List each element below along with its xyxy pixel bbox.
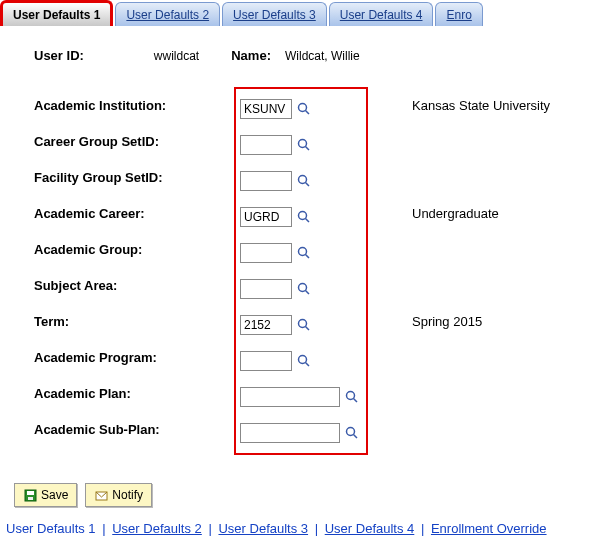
svg-line-11 — [306, 291, 310, 295]
svg-point-18 — [347, 428, 355, 436]
lookup-subject-area-icon[interactable] — [296, 281, 312, 297]
svg-line-5 — [306, 183, 310, 187]
desc-academic-plan — [412, 375, 550, 411]
input-term[interactable] — [240, 315, 292, 335]
label-career-group-setid: Career Group SetID: — [34, 123, 234, 159]
input-facility-group-setid[interactable] — [240, 171, 292, 191]
svg-point-14 — [299, 356, 307, 364]
bottom-link-user-defaults-2[interactable]: User Defaults 2 — [112, 521, 202, 536]
label-academic-institution: Academic Institution: — [34, 87, 234, 123]
lookup-academic-plan-icon[interactable] — [344, 389, 360, 405]
input-career-group-setid[interactable] — [240, 135, 292, 155]
desc-subject-area — [412, 267, 550, 303]
lookup-academic-sub-plan-icon[interactable] — [344, 425, 360, 441]
input-academic-career[interactable] — [240, 207, 292, 227]
notify-icon — [94, 488, 108, 502]
svg-rect-22 — [28, 497, 33, 500]
svg-rect-21 — [27, 491, 34, 495]
tab-user-defaults-4[interactable]: User Defaults 4 — [329, 2, 434, 26]
inputs-highlight-box — [234, 87, 368, 455]
lookup-career-group-setid-icon[interactable] — [296, 137, 312, 153]
descriptions-column: Kansas State University Undergraduate Sp… — [368, 87, 550, 455]
lookup-academic-career-icon[interactable] — [296, 209, 312, 225]
svg-line-3 — [306, 147, 310, 151]
svg-point-10 — [299, 284, 307, 292]
svg-line-19 — [354, 435, 358, 439]
label-academic-group: Academic Group: — [34, 231, 234, 267]
svg-point-6 — [299, 212, 307, 220]
bottom-link-user-defaults-3[interactable]: User Defaults 3 — [218, 521, 308, 536]
field-labels-column: Academic Institution: Career Group SetID… — [34, 87, 234, 455]
tab-user-defaults-2[interactable]: User Defaults 2 — [115, 2, 220, 26]
save-button[interactable]: Save — [14, 483, 77, 507]
svg-point-0 — [299, 104, 307, 112]
notify-button-label: Notify — [112, 488, 143, 502]
bottom-links-row: User Defaults 1 | User Defaults 2 | User… — [0, 517, 593, 540]
tab-user-defaults-3[interactable]: User Defaults 3 — [222, 2, 327, 26]
svg-line-13 — [306, 327, 310, 331]
label-subject-area: Subject Area: — [34, 267, 234, 303]
bottom-link-current: User Defaults 1 — [6, 521, 96, 536]
lookup-academic-group-icon[interactable] — [296, 245, 312, 261]
header-row: User ID: wwildcat Name: Wildcat, Willie — [34, 48, 575, 63]
svg-line-9 — [306, 255, 310, 259]
desc-term: Spring 2015 — [412, 303, 550, 339]
tab-user-defaults-1[interactable]: User Defaults 1 — [0, 0, 113, 26]
label-facility-group-setid: Facility Group SetID: — [34, 159, 234, 195]
svg-point-2 — [299, 140, 307, 148]
input-subject-area[interactable] — [240, 279, 292, 299]
desc-academic-institution: Kansas State University — [412, 87, 550, 123]
user-id-value: wwildcat — [154, 49, 199, 63]
svg-point-16 — [347, 392, 355, 400]
action-buttons-row: Save Notify — [0, 465, 593, 517]
bottom-link-user-defaults-4[interactable]: User Defaults 4 — [325, 521, 415, 536]
label-academic-sub-plan: Academic Sub-Plan: — [34, 411, 234, 447]
input-academic-program[interactable] — [240, 351, 292, 371]
svg-line-15 — [306, 363, 310, 367]
save-icon — [23, 488, 37, 502]
svg-line-7 — [306, 219, 310, 223]
name-label: Name: — [231, 48, 271, 63]
tab-enrollment[interactable]: Enro — [435, 2, 482, 26]
label-academic-program: Academic Program: — [34, 339, 234, 375]
save-button-label: Save — [41, 488, 68, 502]
lookup-academic-program-icon[interactable] — [296, 353, 312, 369]
label-academic-plan: Academic Plan: — [34, 375, 234, 411]
label-term: Term: — [34, 303, 234, 339]
desc-academic-sub-plan — [412, 411, 550, 447]
notify-button[interactable]: Notify — [85, 483, 152, 507]
svg-point-4 — [299, 176, 307, 184]
bottom-link-enrollment-override[interactable]: Enrollment Override — [431, 521, 547, 536]
desc-career-group-setid — [412, 123, 550, 159]
lookup-term-icon[interactable] — [296, 317, 312, 333]
input-academic-group[interactable] — [240, 243, 292, 263]
input-academic-plan[interactable] — [240, 387, 340, 407]
name-value: Wildcat, Willie — [285, 49, 360, 63]
user-id-label: User ID: — [34, 48, 84, 63]
svg-line-1 — [306, 111, 310, 115]
desc-academic-program — [412, 339, 550, 375]
desc-facility-group-setid — [412, 159, 550, 195]
input-academic-sub-plan[interactable] — [240, 423, 340, 443]
svg-line-17 — [354, 399, 358, 403]
lookup-facility-group-setid-icon[interactable] — [296, 173, 312, 189]
tab-bar: User Defaults 1 User Defaults 2 User Def… — [0, 0, 593, 26]
desc-academic-career: Undergraduate — [412, 195, 550, 231]
input-academic-institution[interactable] — [240, 99, 292, 119]
svg-point-12 — [299, 320, 307, 328]
lookup-academic-institution-icon[interactable] — [296, 101, 312, 117]
svg-point-8 — [299, 248, 307, 256]
label-academic-career: Academic Career: — [34, 195, 234, 231]
desc-academic-group — [412, 231, 550, 267]
